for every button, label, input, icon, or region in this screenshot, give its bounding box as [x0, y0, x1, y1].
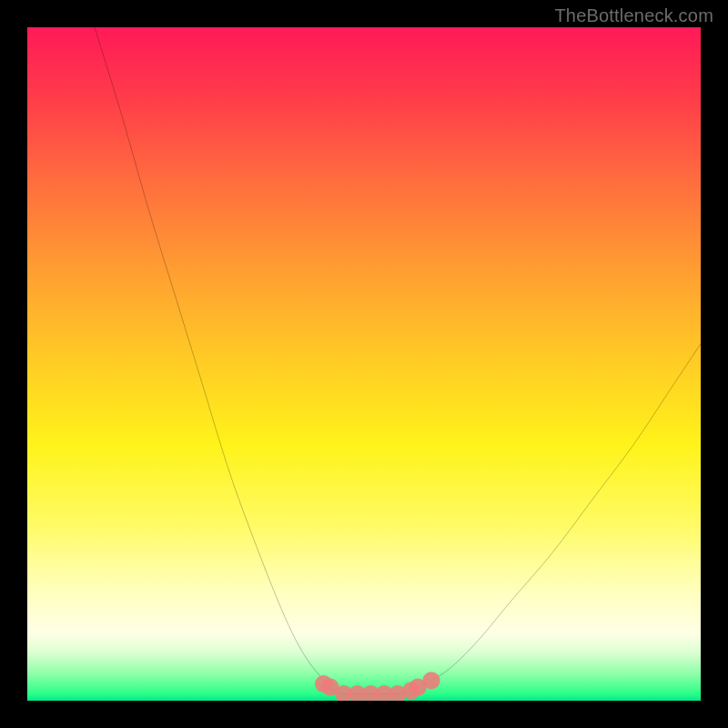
curve-right — [344, 344, 701, 694]
attribution-label: TheBottleneck.com — [554, 5, 713, 26]
curve-left — [95, 27, 398, 694]
chart-frame: TheBottleneck.com — [0, 0, 728, 728]
plot-area — [27, 27, 701, 701]
trough-marker — [422, 672, 440, 689]
curve-overlay — [27, 27, 701, 701]
